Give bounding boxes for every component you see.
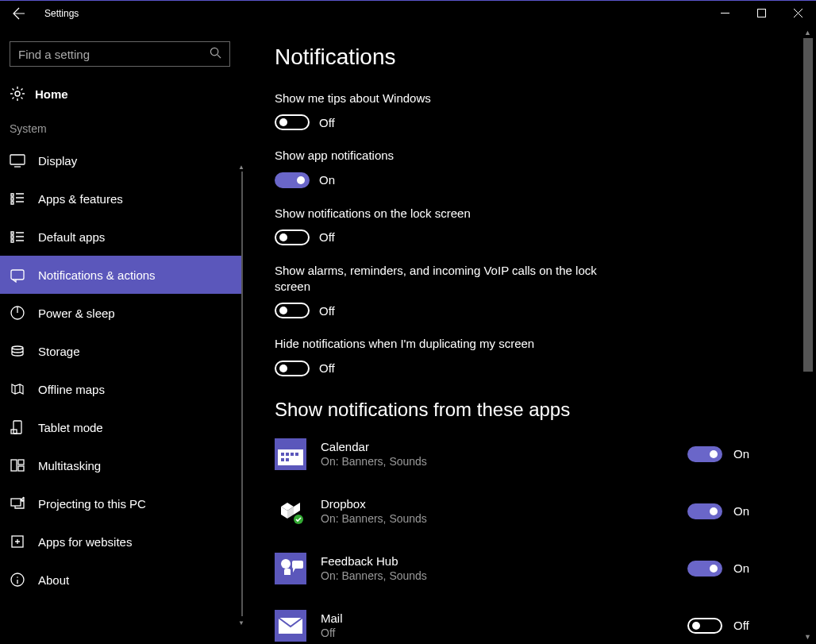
app-notification-row[interactable]: DropboxOn: Banners, SoundsOn <box>275 496 783 527</box>
maximize-button[interactable] <box>743 1 779 26</box>
nav-label: Display <box>38 154 77 168</box>
sidebar-item-storage[interactable]: Storage <box>0 332 243 370</box>
toggle-switch[interactable] <box>687 503 722 519</box>
option-row: Hide notifications when I'm duplicating … <box>275 336 783 376</box>
nav-icon <box>10 457 25 473</box>
nav-label: Offline maps <box>38 383 105 396</box>
nav-label: Multitasking <box>38 459 101 472</box>
svg-marker-24 <box>294 503 300 515</box>
sidebar-item-multitasking[interactable]: Multitasking <box>0 446 243 484</box>
option-label: Hide notifications when I'm duplicating … <box>275 336 608 352</box>
chevron-up-icon[interactable]: ▲ <box>804 29 811 37</box>
option-label: Show alarms, reminders, and incoming VoI… <box>275 263 608 295</box>
option-row: Show alarms, reminders, and incoming VoI… <box>275 263 783 319</box>
content-scrollbar[interactable]: ▲ ▼ <box>802 29 814 641</box>
nav-icon <box>10 381 25 397</box>
option-label: Show me tips about Windows <box>275 91 608 106</box>
title-bar: Settings <box>0 0 816 25</box>
gear-icon <box>10 86 25 102</box>
svg-rect-10 <box>18 466 24 471</box>
svg-rect-4 <box>11 270 24 280</box>
sidebar-item-tablet-mode[interactable]: Tablet mode <box>0 408 243 446</box>
search-box[interactable] <box>10 41 230 67</box>
nav-label: About <box>38 573 69 587</box>
svg-rect-17 <box>281 453 284 456</box>
app-notification-row[interactable]: CalendarOn: Banners, SoundsOn <box>275 438 783 470</box>
sidebar: Home System DisplayApps & featuresDefaul… <box>0 25 243 644</box>
page-title: Notifications <box>275 44 783 70</box>
option-row: Show notifications on the lock screenOff <box>275 206 783 245</box>
toggle-state-text: On <box>733 447 749 461</box>
toggle-state-text: On <box>319 173 335 187</box>
scrollbar-thumb[interactable] <box>803 38 813 372</box>
app-name: Mail <box>321 611 529 625</box>
nav-label: Projecting to this PC <box>38 497 146 511</box>
nav-label: Notifications & actions <box>38 268 156 282</box>
sidebar-item-default-apps[interactable]: Default apps <box>0 218 243 256</box>
app-icon <box>275 496 306 527</box>
chevron-down-icon[interactable]: ▼ <box>804 633 811 641</box>
toggle-switch[interactable] <box>275 303 310 318</box>
toggle-state-text: Off <box>319 304 335 318</box>
sidebar-item-offline-maps[interactable]: Offline maps <box>0 370 243 408</box>
toggle-switch[interactable] <box>275 114 310 130</box>
toggle-switch[interactable] <box>687 561 722 577</box>
svg-rect-21 <box>281 458 284 461</box>
nav-label: Apps & features <box>38 192 123 206</box>
sidebar-item-notifications-actions[interactable]: Notifications & actions <box>0 256 243 294</box>
svg-rect-16 <box>278 443 303 449</box>
nav-icon <box>10 496 25 511</box>
svg-rect-9 <box>18 460 24 465</box>
app-icon <box>275 610 306 642</box>
home-label: Home <box>35 87 68 101</box>
svg-point-14 <box>17 577 18 578</box>
toggle-switch[interactable] <box>275 229 310 245</box>
back-button[interactable] <box>0 1 38 26</box>
toggle-state-text: Off <box>319 116 335 129</box>
sidebar-item-display[interactable]: Display <box>0 141 243 179</box>
sidebar-home[interactable]: Home <box>0 78 243 110</box>
sidebar-item-apps-features[interactable]: Apps & features <box>0 179 243 218</box>
nav-icon <box>10 191 25 206</box>
app-notification-row[interactable]: Feedback HubOn: Banners, SoundsOn <box>275 553 783 584</box>
nav-icon <box>10 305 25 321</box>
svg-rect-3 <box>10 155 25 164</box>
content-area: Notifications Show me tips about Windows… <box>243 25 816 644</box>
nav-label: Apps for websites <box>38 535 132 549</box>
app-icon <box>275 438 306 470</box>
toggle-switch[interactable] <box>687 446 722 462</box>
nav-icon <box>10 267 25 283</box>
toggle-switch[interactable] <box>687 618 722 634</box>
svg-rect-22 <box>286 458 289 461</box>
sidebar-category: System <box>0 110 243 141</box>
sidebar-item-about[interactable]: About <box>0 561 243 599</box>
nav-icon <box>10 152 25 168</box>
sidebar-item-apps-for-websites[interactable]: Apps for websites <box>0 523 243 561</box>
nav-icon <box>10 343 25 359</box>
toggle-switch[interactable] <box>275 361 310 376</box>
sidebar-item-power-sleep[interactable]: Power & sleep <box>0 294 243 332</box>
toggle-switch[interactable] <box>275 172 310 188</box>
nav-label: Storage <box>38 345 80 358</box>
option-label: Show app notifications <box>275 148 608 164</box>
svg-point-28 <box>281 559 291 569</box>
sidebar-item-projecting-to-this-pc[interactable]: Projecting to this PC <box>0 484 243 523</box>
minimize-button[interactable] <box>706 1 743 26</box>
search-input[interactable] <box>18 48 210 61</box>
svg-rect-0 <box>757 10 765 17</box>
toggle-state-text: On <box>733 561 749 575</box>
svg-point-2 <box>15 91 20 96</box>
svg-rect-18 <box>286 453 289 456</box>
nav-icon <box>10 572 25 588</box>
nav-label: Default apps <box>38 230 105 244</box>
toggle-state-text: Off <box>319 230 335 244</box>
nav-label: Power & sleep <box>38 307 115 320</box>
option-label: Show notifications on the lock screen <box>275 206 608 222</box>
toggle-state-text: Off <box>733 619 749 632</box>
app-name: Dropbox <box>321 497 529 511</box>
nav-label: Tablet mode <box>38 421 103 434</box>
svg-rect-19 <box>291 453 294 456</box>
close-button[interactable] <box>779 1 816 26</box>
app-icon <box>275 553 306 584</box>
app-notification-row[interactable]: MailOffOff <box>275 610 783 642</box>
